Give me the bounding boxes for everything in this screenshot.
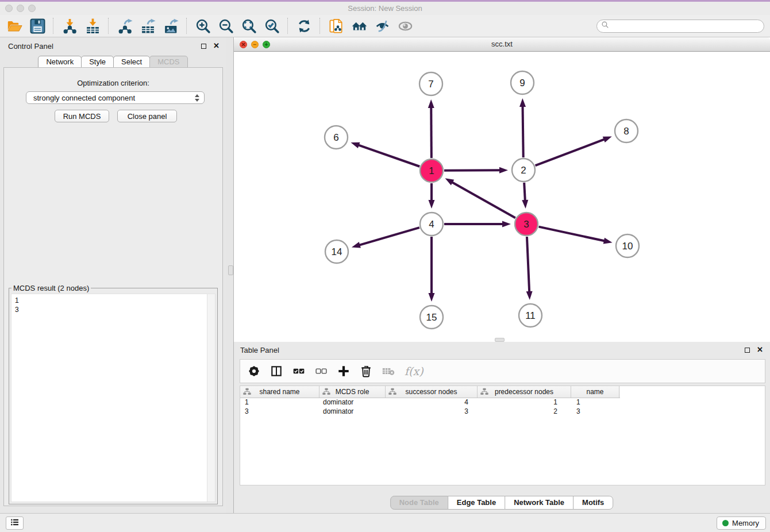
tab-network-table[interactable]: Network Table (505, 496, 573, 510)
zoom-window-button[interactable] (28, 5, 36, 12)
main-toolbar (0, 15, 770, 37)
function-builder-icon[interactable]: f(x) (405, 365, 424, 377)
dropdown-stepper-icon (195, 94, 199, 102)
graph-edge-1-7[interactable] (431, 107, 432, 158)
select-all-checkboxes-icon[interactable] (292, 365, 305, 377)
delete-column-icon[interactable] (360, 365, 372, 377)
graph-edge-2-8[interactable] (536, 139, 605, 165)
export-table-icon[interactable] (138, 16, 157, 36)
column-header-mcds-role[interactable]: MCDS role (319, 386, 386, 398)
float-panel-icon[interactable] (201, 44, 206, 49)
table-cell: 1 (240, 398, 319, 407)
show-annotations-icon[interactable] (395, 16, 415, 36)
memory-button[interactable]: Memory (717, 516, 766, 530)
column-tree-icon (243, 388, 251, 395)
tab-edge-table[interactable]: Edge Table (448, 496, 505, 510)
import-network-icon[interactable] (60, 16, 79, 36)
graph-edge-3-1[interactable] (452, 182, 515, 218)
graph-edge-4-14[interactable] (359, 228, 419, 245)
criterion-dropdown[interactable]: strongly connected component (26, 91, 205, 104)
delete-table-icon[interactable] (382, 365, 395, 377)
tab-style[interactable]: Style (81, 56, 114, 68)
graph-edge-3-11[interactable] (527, 237, 529, 292)
table-row[interactable]: 3dominator323 (240, 407, 765, 417)
zoom-in-icon[interactable] (193, 16, 213, 36)
table-header-row: shared nameMCDS rolesuccessor nodesprede… (240, 386, 620, 398)
column-header-successor-nodes[interactable]: successor nodes (386, 386, 478, 398)
toolbar-separator (108, 18, 109, 34)
column-header-name[interactable]: name (571, 386, 619, 398)
memory-status-dot (722, 520, 729, 526)
network-resize-grip[interactable] (495, 338, 505, 342)
search-box[interactable] (596, 20, 764, 33)
hide-annotations-icon[interactable] (372, 16, 392, 36)
graph-node-label: 9 (519, 78, 525, 88)
graph-edge-arrowhead (526, 291, 533, 300)
graph-edge-1-2[interactable] (444, 170, 500, 171)
table-cell: 1 (478, 398, 571, 407)
task-history-button[interactable] (6, 516, 24, 530)
close-panel-button[interactable]: Close panel (117, 110, 177, 122)
tab-node-table[interactable]: Node Table (390, 496, 448, 510)
add-column-icon[interactable] (337, 365, 350, 377)
column-header-label: MCDS role (336, 388, 369, 396)
graph-edge-2-9[interactable] (523, 106, 523, 157)
minimize-window-button[interactable] (17, 5, 24, 12)
control-panel-tabs: NetworkStyleSelectMCDS (0, 56, 226, 68)
status-bar: Memory (0, 513, 770, 532)
mcds-result-line: 1 (11, 294, 215, 305)
zoom-out-icon[interactable] (216, 16, 236, 36)
run-mcds-button[interactable]: Run MCDS (55, 110, 109, 122)
control-panel-title: Control Panel (8, 42, 53, 51)
table-cell: dominator (319, 398, 386, 407)
table-close-panel-icon[interactable]: ✕ (757, 347, 763, 353)
tab-network[interactable]: Network (38, 56, 82, 68)
network-canvas[interactable]: 7968124314101511 (234, 52, 770, 342)
export-network-icon[interactable] (115, 16, 134, 36)
mcds-result-title: MCDS result (2 nodes) (11, 284, 91, 292)
column-header-label: successor nodes (405, 388, 457, 396)
search-input[interactable] (609, 22, 764, 30)
table-panel-title: Table Panel (240, 346, 279, 354)
node-table: shared nameMCDS rolesuccessor nodesprede… (240, 385, 765, 485)
import-table-icon[interactable] (83, 16, 102, 36)
tab-select[interactable]: Select (113, 56, 150, 68)
panel-splitter-grip[interactable] (228, 265, 233, 275)
graph-edge-2-3[interactable] (524, 183, 525, 201)
copy-network-icon[interactable] (326, 16, 346, 36)
toolbar-separator (287, 18, 288, 34)
table-row[interactable]: 1dominator411 (240, 398, 765, 407)
graph-edge-arrowhead (499, 167, 508, 174)
table-panel: Table Panel ✕ f(x) shared nameMCDS roles… (233, 342, 770, 513)
table-tabs: Node TableEdge TableNetwork TableMotifs (391, 496, 614, 510)
control-panel: Control Panel ✕ NetworkStyleSelectMCDS O… (0, 37, 226, 513)
mcds-result-area: 13 (11, 294, 215, 502)
column-header-shared-name[interactable]: shared name (240, 386, 319, 398)
save-session-icon[interactable] (28, 16, 47, 36)
graph-node-label: 10 (622, 241, 633, 252)
graph-edge-1-6[interactable] (358, 145, 419, 167)
export-image-icon[interactable] (161, 16, 180, 36)
home-layout-icon[interactable] (349, 16, 369, 36)
column-header-label: shared name (259, 388, 299, 396)
close-window-button[interactable] (5, 5, 13, 12)
network-view-window: ✕ − + scc.txt 7968124314101511 (233, 37, 770, 342)
refresh-icon[interactable] (294, 16, 314, 36)
split-columns-icon[interactable] (270, 365, 283, 377)
result-scrollbar[interactable] (207, 294, 215, 502)
table-float-panel-icon[interactable] (745, 348, 750, 353)
close-panel-icon[interactable]: ✕ (213, 43, 220, 49)
window-traffic-lights (5, 5, 36, 12)
tab-motifs[interactable]: Motifs (573, 496, 613, 510)
zoom-selected-icon[interactable] (262, 16, 282, 36)
tab-mcds[interactable]: MCDS (149, 56, 187, 68)
open-file-icon[interactable] (5, 16, 24, 36)
table-cell: 1 (571, 398, 619, 407)
graph-node-label: 2 (521, 165, 526, 176)
clear-checkboxes-icon[interactable] (315, 365, 328, 377)
graph-edge-3-10[interactable] (539, 227, 605, 241)
zoom-fit-icon[interactable] (239, 16, 259, 36)
toolbar-icon-group (0, 16, 417, 36)
gear-icon[interactable] (248, 365, 260, 377)
column-header-predecessor-nodes[interactable]: predecessor nodes (478, 386, 571, 398)
